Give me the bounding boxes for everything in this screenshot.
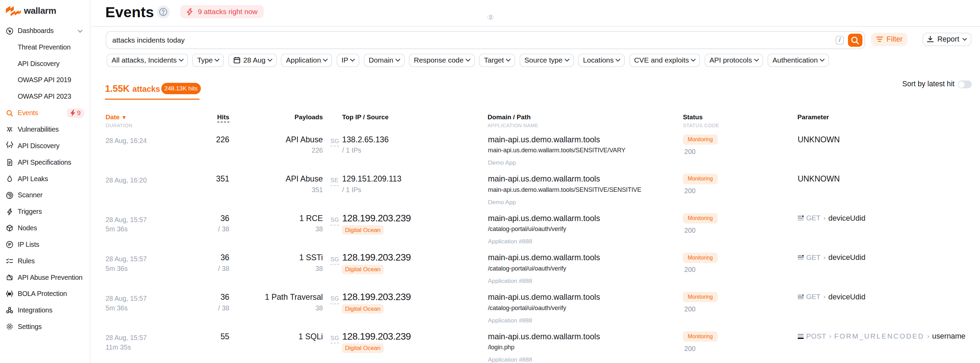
svg-text:IP: IP	[8, 243, 11, 247]
svg-text:ID: ID	[8, 292, 11, 296]
